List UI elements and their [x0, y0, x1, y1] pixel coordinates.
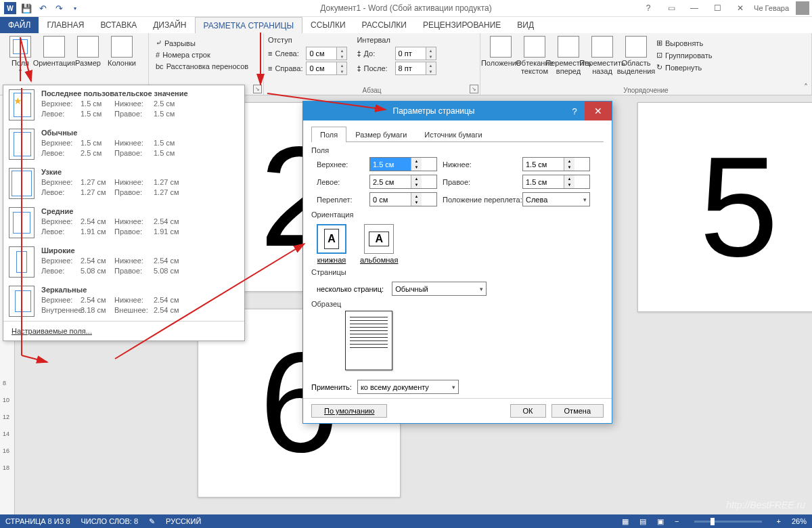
- breaks-button[interactable]: ⤶Разрывы: [153, 37, 251, 49]
- margin-preset-mirror[interactable]: Зеркальные Верхнее:2.54 смНижнее:2.54 см…: [3, 282, 244, 321]
- dialog-help-icon[interactable]: ?: [564, 106, 585, 116]
- forward-icon: [558, 36, 579, 58]
- arrange-group-label: Упорядочение: [484, 86, 807, 95]
- pages-group: Страницы: [311, 268, 604, 276]
- send-backward-button[interactable]: Переместить назад: [586, 35, 618, 76]
- align-button[interactable]: ⊞Выровнять: [654, 37, 715, 49]
- view-web-icon[interactable]: ▣: [657, 517, 664, 526]
- orientation-button[interactable]: Ориентация: [38, 35, 70, 68]
- group-button[interactable]: ⊡Группировать: [654, 49, 715, 61]
- backward-icon: [591, 36, 613, 58]
- custom-margins-item[interactable]: Настраиваемые поля...: [3, 321, 244, 340]
- indent-title: Отступ: [268, 36, 347, 44]
- columns-button[interactable]: Колонки: [106, 35, 138, 68]
- multiple-pages-select[interactable]: Обычный: [392, 282, 487, 296]
- orientation-group: Ориентация: [311, 211, 604, 219]
- view-read-icon[interactable]: ▤: [639, 517, 646, 526]
- margins-button[interactable]: Поля▾: [4, 35, 37, 76]
- margin-right-input[interactable]: ▲▼: [522, 175, 590, 189]
- gutter-input[interactable]: ▲▼: [369, 192, 437, 206]
- zoom-in-icon[interactable]: +: [777, 517, 781, 525]
- margins-dropdown: ★ Последнее пользовательское значение Ве…: [3, 85, 245, 341]
- indent-right-input[interactable]: ▲▼: [306, 62, 347, 75]
- size-button[interactable]: Размер: [72, 35, 104, 68]
- qat-dropdown-icon[interactable]: ▾: [69, 2, 81, 14]
- status-page[interactable]: СТРАНИЦА 8 ИЗ 8: [5, 517, 70, 525]
- undo-icon[interactable]: ↶: [37, 2, 49, 14]
- margin-preset-wide[interactable]: Широкие Верхнее:2.54 смНижнее:2.54 смЛев…: [3, 242, 244, 282]
- tab-file[interactable]: ФАЙЛ: [0, 17, 39, 33]
- gutter-position-select[interactable]: Слева: [522, 192, 590, 206]
- indent-left-icon: ≡: [268, 49, 272, 58]
- preset-icon: [9, 246, 35, 278]
- preset-icon: [9, 129, 35, 160]
- paragraph-launcher[interactable]: ↘: [470, 85, 478, 93]
- hyphenation-button[interactable]: bcРасстановка переносов: [153, 61, 251, 72]
- margin-preset-moderate[interactable]: Средние Верхнее:2.54 смНижнее:2.54 смЛев…: [3, 203, 244, 242]
- rotate-icon: ↻: [656, 63, 662, 72]
- ok-button[interactable]: ОК: [510, 404, 546, 418]
- orientation-portrait[interactable]: A книжная: [317, 224, 346, 264]
- group-icon: ⊡: [656, 51, 662, 60]
- collapse-ribbon-icon[interactable]: ˄: [804, 83, 808, 92]
- fields-group: Поля: [311, 146, 604, 154]
- tab-review[interactable]: РЕЦЕНЗИРОВАНИЕ: [415, 17, 509, 33]
- tab-references[interactable]: ССЫЛКИ: [302, 17, 353, 33]
- cancel-button[interactable]: Отмена: [551, 404, 604, 418]
- margin-preset-last[interactable]: ★ Последнее пользовательское значение Ве…: [3, 85, 244, 125]
- redo-icon[interactable]: ↷: [53, 2, 65, 14]
- zoom-slider[interactable]: [694, 521, 762, 523]
- margin-left-input[interactable]: ▲▼: [369, 175, 437, 189]
- status-bar: СТРАНИЦА 8 ИЗ 8 ЧИСЛО СЛОВ: 8 ✎ РУССКИЙ …: [0, 514, 812, 528]
- tab-home[interactable]: ГЛАВНАЯ: [39, 17, 92, 33]
- preset-icon: [9, 207, 35, 238]
- ribbon-tabs: ФАЙЛ ГЛАВНАЯ ВСТАВКА ДИЗАЙН РАЗМЕТКА СТР…: [0, 17, 812, 33]
- maximize-icon[interactable]: ☐: [708, 1, 727, 15]
- selection-pane-button[interactable]: Область выделения: [620, 35, 652, 76]
- view-print-icon[interactable]: ▦: [622, 517, 629, 526]
- pane-icon: [625, 36, 647, 58]
- avatar[interactable]: [796, 1, 809, 15]
- dlg-tab-fields[interactable]: Поля: [311, 127, 346, 142]
- space-after-input[interactable]: ▲▼: [395, 62, 436, 75]
- rotate-button[interactable]: ↻Повернуть: [654, 62, 715, 73]
- apply-to-select[interactable]: ко всему документу: [357, 380, 459, 394]
- default-button[interactable]: По умолчанию: [311, 404, 387, 418]
- ribbon-opts-icon[interactable]: ▭: [662, 1, 681, 15]
- preset-icon: ★: [9, 89, 35, 120]
- preset-icon: [9, 168, 35, 199]
- margin-preset-narrow[interactable]: Узкие Верхнее:1.27 смНижнее:1.27 смЛевое…: [3, 164, 244, 203]
- margin-bottom-input[interactable]: ▲▼: [522, 157, 590, 171]
- position-button[interactable]: Положение: [484, 35, 517, 68]
- margin-preset-normal[interactable]: Обычные Верхнее:1.5 смНижнее:1.5 смЛевое…: [3, 125, 244, 164]
- page-5[interactable]: 5: [637, 102, 812, 312]
- close-icon[interactable]: ✕: [731, 1, 750, 15]
- help-icon[interactable]: ?: [639, 1, 658, 15]
- proofing-icon[interactable]: ✎: [149, 517, 155, 526]
- status-words[interactable]: ЧИСЛО СЛОВ: 8: [81, 517, 139, 525]
- save-icon[interactable]: 💾: [20, 2, 32, 14]
- tab-insert[interactable]: ВСТАВКА: [92, 17, 145, 33]
- status-lang[interactable]: РУССКИЙ: [166, 517, 201, 525]
- dlg-tab-paper[interactable]: Размер бумаги: [346, 127, 415, 142]
- margin-top-input[interactable]: ▲▼: [369, 157, 437, 171]
- dialog-close-icon[interactable]: ✕: [585, 102, 612, 120]
- dialog-title: Параметры страницы: [303, 106, 564, 116]
- orientation-landscape[interactable]: A альбомная: [360, 224, 398, 264]
- zoom-level[interactable]: 26%: [792, 517, 807, 525]
- columns-icon: [111, 36, 133, 58]
- tab-design[interactable]: ДИЗАЙН: [145, 17, 194, 33]
- page-setup-launcher-2[interactable]: ↘: [253, 85, 262, 93]
- space-before-input[interactable]: ▲▼: [395, 47, 436, 60]
- indent-left-input[interactable]: ▲▼: [306, 47, 347, 60]
- tab-mailings[interactable]: РАССЫЛКИ: [354, 17, 415, 33]
- minimize-icon[interactable]: —: [685, 1, 704, 15]
- tab-view[interactable]: ВИД: [509, 17, 542, 33]
- wrap-icon: [524, 36, 545, 58]
- position-icon: [490, 36, 512, 58]
- tab-page-layout[interactable]: РАЗМЕТКА СТРАНИЦЫ: [195, 17, 303, 33]
- line-numbers-button[interactable]: #Номера строк: [153, 49, 251, 60]
- dlg-tab-source[interactable]: Источник бумаги: [415, 127, 491, 142]
- zoom-out-icon[interactable]: −: [675, 517, 679, 525]
- page-setup-dialog: Параметры страницы ? ✕ Поля Размер бумаг…: [302, 101, 612, 424]
